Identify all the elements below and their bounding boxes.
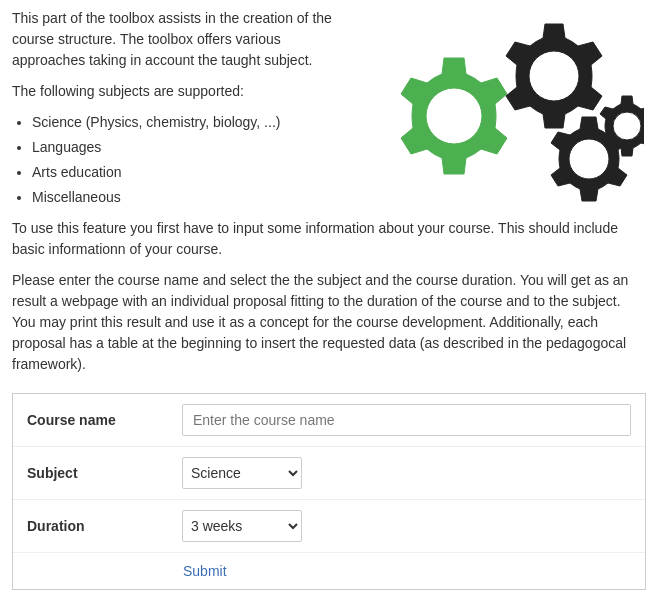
svg-point-3	[613, 112, 641, 140]
course-name-row: Course name	[13, 394, 645, 447]
subject-input-wrapper: Science Languages Arts education Miscell…	[182, 457, 631, 489]
supported-label: The following subjects are supported:	[12, 81, 346, 102]
list-item: Arts education	[32, 162, 346, 183]
svg-point-2	[569, 139, 609, 179]
instruction-paragraph-2: Please enter the course name and select …	[12, 270, 646, 375]
course-name-input-wrapper	[182, 404, 631, 436]
subject-select[interactable]: Science Languages Arts education Miscell…	[182, 457, 302, 489]
content-area: This part of the toolbox assists in the …	[0, 0, 658, 602]
course-form: Course name Subject Science Languages Ar…	[12, 393, 646, 590]
list-item: Languages	[32, 137, 346, 158]
submit-button[interactable]: Submit	[183, 563, 227, 579]
list-item: Miscellaneous	[32, 187, 346, 208]
duration-input-wrapper: 1 week 2 weeks 3 weeks 4 weeks 5 weeks 6…	[182, 510, 631, 542]
intro-paragraph: This part of the toolbox assists in the …	[12, 8, 346, 71]
gears-image	[356, 8, 646, 208]
subject-label: Subject	[27, 465, 182, 481]
duration-row: Duration 1 week 2 weeks 3 weeks 4 weeks …	[13, 500, 645, 553]
svg-point-1	[529, 51, 579, 101]
list-item: Science (Physics, chemistry, biology, ..…	[32, 112, 346, 133]
duration-select[interactable]: 1 week 2 weeks 3 weeks 4 weeks 5 weeks 6…	[182, 510, 302, 542]
subjects-list: Science (Physics, chemistry, biology, ..…	[32, 112, 346, 208]
text-block: This part of the toolbox assists in the …	[12, 8, 356, 218]
instruction-paragraph-1: To use this feature you first have to in…	[12, 218, 646, 260]
course-name-label: Course name	[27, 412, 182, 428]
course-name-input[interactable]	[182, 404, 631, 436]
top-section: This part of the toolbox assists in the …	[12, 8, 646, 218]
duration-label: Duration	[27, 518, 182, 534]
svg-point-0	[426, 88, 482, 144]
submit-row: Submit	[13, 553, 645, 589]
subject-row: Subject Science Languages Arts education…	[13, 447, 645, 500]
